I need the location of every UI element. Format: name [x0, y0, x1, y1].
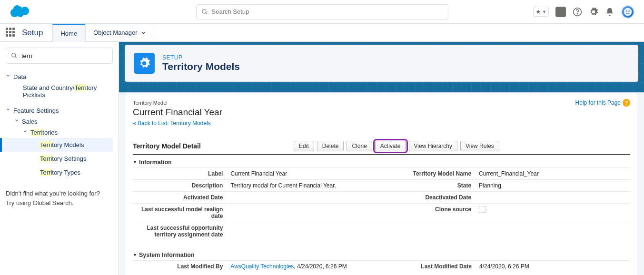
tree-label: Territory Types	[40, 169, 80, 176]
help-link-label: Help for this Page	[575, 99, 621, 106]
detail-card: Territory Model Current Financial Year «…	[125, 93, 638, 275]
page-title: Territory Models	[162, 61, 240, 72]
field-moddate-value: 4/24/2020, 6:26 PM	[476, 261, 630, 273]
setup-button[interactable]	[589, 7, 598, 17]
salesforce-logo[interactable]	[10, 3, 32, 20]
chevron-down-icon	[140, 30, 146, 36]
chevron-down-icon	[6, 107, 10, 112]
global-header: ★ ▼ +	[0, 0, 644, 24]
footer-text-1: Didn't find what you're looking for?	[6, 189, 113, 198]
gear-icon	[589, 7, 598, 17]
footer-text-2: Try using Global Search.	[6, 198, 113, 208]
search-icon	[201, 9, 208, 15]
svg-point-7	[12, 53, 16, 57]
setup-sidebar: Data State and Country/Territory Picklis…	[0, 42, 119, 275]
chevron-down-icon: ▼	[542, 10, 546, 14]
star-icon: ★	[535, 8, 541, 15]
main-content: SETUP Territory Models Territory Model C…	[119, 42, 644, 275]
gear-icon	[138, 57, 150, 69]
global-actions-button[interactable]: +	[555, 7, 566, 17]
field-realign-label: Last successful model realign date	[133, 204, 227, 222]
field-clone-label: Clone source	[381, 204, 475, 222]
record-type-label: Territory Model	[133, 100, 168, 106]
tab-home[interactable]: Home	[52, 24, 85, 42]
svg-point-3	[577, 13, 577, 14]
field-oppassign-label: Last successful opportunity territory as…	[133, 222, 227, 241]
edit-button[interactable]: Edit	[294, 141, 314, 151]
section-information[interactable]: Information	[133, 155, 630, 167]
field-modby-value: AwsQuality Technologies, 4/24/2020, 6:26…	[227, 261, 381, 273]
tree-label: State and Country/Territory Picklists	[23, 84, 113, 98]
help-icon: ?	[623, 99, 630, 107]
tree-leaf-territory-types[interactable]: Territory Types	[6, 166, 113, 179]
global-search-input[interactable]	[208, 8, 443, 15]
help-button[interactable]	[573, 7, 582, 17]
activate-button[interactable]: Activate	[375, 141, 406, 151]
field-actdate-value	[227, 192, 381, 204]
app-launcher-button[interactable]	[6, 28, 16, 38]
field-clone-value	[475, 204, 630, 222]
svg-point-4	[624, 8, 632, 16]
view-hierarchy-button[interactable]: View Hierarchy	[409, 141, 457, 151]
context-nav: Setup Home Object Manager	[0, 24, 644, 42]
user-avatar[interactable]	[621, 5, 634, 19]
record-title: Current Financial Year	[133, 107, 222, 118]
tree-label: Territory Settings	[40, 155, 87, 162]
field-moddate-label: Last Modified Date	[382, 261, 476, 273]
sidebar-footer: Didn't find what you're looking for? Try…	[6, 189, 113, 207]
chevron-down-icon	[23, 129, 28, 134]
svg-point-6	[628, 10, 630, 11]
tree-label: Territory Models	[40, 141, 84, 148]
field-modby-label: Last Modified By	[133, 261, 227, 273]
help-for-page-link[interactable]: Help for this Page ?	[575, 99, 630, 107]
detail-title: Territory Model Detail	[133, 142, 201, 150]
tree-leaf-territory-models[interactable]: Territory Models	[0, 138, 113, 152]
modified-by-date: , 4/24/2020, 6:26 PM	[294, 263, 347, 270]
chevron-down-icon	[14, 118, 19, 123]
field-label-value: Current Financial Year	[227, 168, 381, 180]
field-state-value: Planning	[475, 180, 630, 192]
tree-node-sales[interactable]: Sales	[6, 116, 113, 127]
field-tmn-value: Current_Financial_Year	[475, 168, 630, 180]
clone-button[interactable]: Clone	[347, 141, 372, 151]
tree-label: Feature Settings	[13, 107, 59, 114]
field-deactdate-value	[475, 192, 630, 204]
modified-by-user-link[interactable]: AwsQuality Technologies	[230, 263, 294, 270]
delete-button[interactable]: Delete	[317, 141, 344, 151]
plus-icon: +	[558, 8, 563, 16]
svg-point-0	[202, 9, 206, 13]
astro-icon	[623, 7, 633, 17]
field-state-label: State	[381, 180, 475, 192]
chevron-down-icon	[6, 73, 10, 78]
section-system-information[interactable]: System Information	[133, 248, 630, 260]
back-to-list-link[interactable]: « Back to List: Territory Models	[133, 120, 211, 127]
information-fields: Label Current Financial Year Territory M…	[133, 167, 630, 240]
view-rules-button[interactable]: View Rules	[460, 141, 499, 151]
tab-home-label: Home	[60, 30, 77, 37]
tree-node-data[interactable]: Data	[6, 71, 113, 82]
field-label-label: Label	[133, 168, 227, 180]
tree-leaf-state-country-picklists[interactable]: State and Country/Territory Picklists	[6, 82, 113, 100]
field-desc-value: Territory modal for Current Financial Ye…	[227, 180, 381, 192]
tree-node-territories[interactable]: Territories	[6, 127, 113, 138]
app-name: Setup	[22, 28, 43, 38]
quick-find-input[interactable]	[18, 52, 108, 59]
svg-line-8	[15, 57, 17, 58]
page-header: SETUP Territory Models	[125, 45, 638, 82]
tree-node-feature-settings[interactable]: Feature Settings	[6, 105, 113, 116]
tree-leaf-territory-settings[interactable]: Territory Settings	[6, 152, 113, 166]
clone-placeholder-icon	[479, 206, 485, 213]
system-fields: Last Modified By AwsQuality Technologies…	[133, 260, 630, 272]
field-desc-label: Description	[133, 180, 227, 192]
svg-point-5	[626, 10, 627, 11]
favorites-button[interactable]: ★ ▼	[533, 7, 549, 17]
notifications-button[interactable]	[605, 7, 614, 17]
button-row: Edit Delete Clone Activate View Hierarch…	[294, 141, 499, 151]
search-icon	[11, 52, 18, 59]
tab-object-manager[interactable]: Object Manager	[85, 24, 154, 42]
global-search[interactable]	[196, 4, 448, 20]
page-icon	[134, 53, 155, 74]
page-eyebrow: SETUP	[162, 54, 240, 61]
field-realign-value	[227, 204, 381, 222]
quick-find[interactable]	[6, 48, 113, 64]
